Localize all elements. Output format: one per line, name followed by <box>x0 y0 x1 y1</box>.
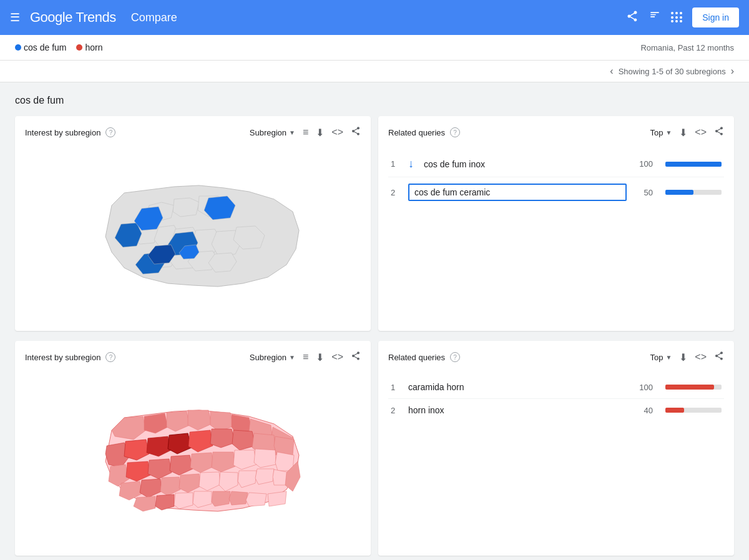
section2-map-embed-icon[interactable]: <> <box>331 351 343 363</box>
term1-dot <box>15 44 21 51</box>
section1-query-list: 1 ↓ cos de fum inox 100 2 cos de fum cer… <box>388 146 724 212</box>
section1-queries-share-icon[interactable] <box>714 126 724 139</box>
query-bar-red <box>665 385 714 390</box>
section1-map-embed-icon[interactable]: <> <box>331 127 343 138</box>
section2-queries-header-left: Related queries ? <box>388 352 460 362</box>
section1-map-card: Interest by subregion ? Subregion ▼ ≡ ⬇ … <box>15 116 371 331</box>
section2-map-card-header: Interest by subregion ? Subregion ▼ ≡ ⬇ … <box>25 351 361 363</box>
notification-icon[interactable] <box>649 10 661 26</box>
query-bar-bg <box>693 190 722 195</box>
section2-map-download-icon[interactable]: ⬇ <box>316 351 324 363</box>
query-row: 2 horn inox 40 <box>388 399 724 421</box>
section2-map-header-right: Subregion ▼ ≡ ⬇ <> <box>250 351 361 363</box>
section2-map-list-icon[interactable]: ≡ <box>303 351 308 363</box>
section2-map-dropdown-arrow: ▼ <box>289 354 295 361</box>
query-bar-bg <box>684 408 722 413</box>
section2-queries-embed-icon[interactable]: <> <box>695 351 707 363</box>
section2-map-title: Interest by subregion <box>25 353 100 362</box>
section1-map <box>25 146 361 321</box>
logo: Google Trends <box>30 9 116 26</box>
term2-label: horn <box>76 42 102 52</box>
section2-map-header-left: Interest by subregion ? <box>25 352 115 362</box>
section2-queries-title: Related queries <box>388 353 445 362</box>
query-row: 2 cos de fum ceramic 50 <box>388 177 724 207</box>
section2-queries-card-header: Related queries ? Top ▼ ⬇ <> <box>388 351 724 363</box>
section2-query-list: 1 caramida horn 100 2 horn inox 40 <box>388 371 724 426</box>
section1-queries-card-header: Related queries ? Top ▼ ⬇ <> <box>388 126 724 139</box>
section1-grid: Interest by subregion ? Subregion ▼ ≡ ⬇ … <box>15 116 734 331</box>
section1-queries-title: Related queries <box>388 128 445 137</box>
section1-title: cos de fum <box>15 95 734 106</box>
section1-map-dropdown[interactable]: Subregion ▼ <box>250 128 295 137</box>
header: ☰ Google Trends Compare Sign in <box>0 0 749 35</box>
section2-grid: Interest by subregion ? Subregion ▼ ≡ ⬇ … <box>15 341 734 556</box>
section1-queries-header-right: Top ▼ ⬇ <> <box>650 126 724 139</box>
menu-icon[interactable]: ☰ <box>10 11 20 24</box>
section1-queries-header-left: Related queries ? <box>388 127 460 137</box>
location-time: Romania, Past 12 months <box>640 43 734 52</box>
share-icon[interactable] <box>626 10 639 26</box>
section2-queries-card: Related queries ? Top ▼ ⬇ <> <box>378 341 734 556</box>
query-bar-blue <box>665 162 722 167</box>
section1-queries-embed-icon[interactable]: <> <box>695 127 707 138</box>
section1-map-dropdown-arrow: ▼ <box>289 129 295 136</box>
sign-in-button[interactable]: Sign in <box>692 7 739 27</box>
section1-map-help-icon[interactable]: ? <box>105 127 115 137</box>
compare-label: Compare <box>131 11 177 24</box>
section2-queries-dropdown[interactable]: Top ▼ <box>650 353 672 362</box>
section1-map-list-icon[interactable]: ≡ <box>303 127 308 138</box>
section2-queries-header-right: Top ▼ ⬇ <> <box>650 351 724 363</box>
prev-page-arrow[interactable]: ‹ <box>610 66 613 77</box>
pagination-text: Showing 1-5 of 30 subregions <box>619 67 726 76</box>
query-bar-blue-partial <box>665 190 693 195</box>
header-icons: Sign in <box>626 7 739 27</box>
section2-queries-share-icon[interactable] <box>714 351 724 363</box>
arrow-down-icon: ↓ <box>408 157 414 170</box>
section1-queries-dropdown[interactable]: Top ▼ <box>650 128 672 137</box>
section1-queries-help-icon[interactable]: ? <box>450 127 460 137</box>
section1-queries-dropdown-arrow: ▼ <box>665 129 672 136</box>
query-bar-container <box>665 162 722 167</box>
term2-dot <box>76 44 82 51</box>
section2-map <box>25 371 361 546</box>
query-row: 1 caramida horn 100 <box>388 376 724 399</box>
main-content: cos de fum Interest by subregion ? Subre… <box>0 82 749 560</box>
section2-map-share-icon[interactable] <box>351 351 361 363</box>
section1-map-share-icon[interactable] <box>351 126 361 139</box>
section1-map-title: Interest by subregion <box>25 128 100 137</box>
section1-queries-download-icon[interactable]: ⬇ <box>679 127 687 139</box>
query-bar-container <box>665 385 722 390</box>
query-bar-bg <box>714 385 722 390</box>
section1-map-card-header-left: Interest by subregion ? <box>25 127 115 137</box>
section1-queries-card: Related queries ? Top ▼ ⬇ <> <box>378 116 734 331</box>
apps-icon[interactable] <box>671 12 682 23</box>
section1-map-download-icon[interactable]: ⬇ <box>316 127 324 139</box>
blue-map-svg <box>74 155 311 312</box>
query-bar-container <box>665 408 722 413</box>
section2-queries-download-icon[interactable]: ⬇ <box>679 351 687 363</box>
section2-map-help-icon[interactable]: ? <box>105 352 115 362</box>
next-page-arrow[interactable]: › <box>731 66 734 77</box>
section2-queries-dropdown-arrow: ▼ <box>665 354 672 361</box>
term1-label: cos de fum <box>15 42 66 52</box>
section2-map-dropdown[interactable]: Subregion ▼ <box>250 353 295 362</box>
red-map-svg <box>74 380 311 536</box>
section1-map-card-header-right: Subregion ▼ ≡ ⬇ <> <box>250 126 361 139</box>
query-bar-container <box>665 190 722 195</box>
subheader: cos de fum horn Romania, Past 12 months <box>0 35 749 61</box>
pagination-bar: ‹ Showing 1-5 of 30 subregions › <box>0 61 749 82</box>
section1-map-card-header: Interest by subregion ? Subregion ▼ ≡ ⬇ … <box>25 126 361 139</box>
query-row: 1 ↓ cos de fum inox 100 <box>388 151 724 177</box>
query-bar-red-partial <box>665 408 684 413</box>
section2-map-card: Interest by subregion ? Subregion ▼ ≡ ⬇ … <box>15 341 371 556</box>
section2-queries-help-icon[interactable]: ? <box>450 352 460 362</box>
